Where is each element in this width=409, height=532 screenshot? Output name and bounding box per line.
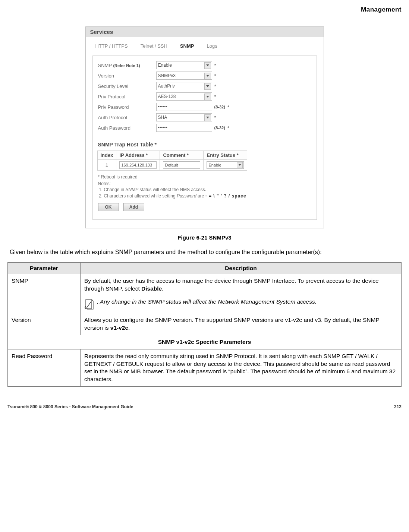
note-text: : Any change in the SNMP status will aff…: [97, 298, 317, 310]
services-screenshot: Services HTTP / HTTPS Telnet / SSH SNMP …: [85, 26, 324, 228]
asterisk: *: [227, 104, 229, 110]
table-row: Version Allows you to configure the SNMP…: [8, 313, 402, 335]
th-entry-status: Entry Status *: [204, 151, 247, 160]
services-tabs: HTTP / HTTPS Telnet / SSH SNMP Logs: [86, 37, 324, 51]
snmp-label: SNMP: [98, 63, 112, 68]
ok-button[interactable]: OK: [98, 203, 119, 211]
tab-http-https[interactable]: HTTP / HTTPS: [95, 43, 128, 49]
th-comment: Comment *: [160, 151, 204, 160]
priv-password-range: (8-32): [214, 105, 225, 109]
section-heading: SNMP v1-v2c Specific Parameters: [8, 335, 402, 349]
note-2: Characters not allowed while setting Pas…: [104, 193, 313, 199]
version-label: Version: [97, 73, 156, 79]
notes-list: Change in SNMP status will effect the NM…: [104, 187, 313, 199]
notes-label: Notes:: [98, 181, 313, 186]
figure-caption: Figure 6-21 SNMPv3: [7, 234, 402, 241]
asterisk: *: [214, 73, 216, 79]
security-level-select[interactable]: [156, 82, 212, 90]
note-icon: [84, 299, 94, 310]
asterisk: *: [214, 94, 216, 99]
trap-host-table-title: SNMP Trap Host Table *: [98, 142, 313, 148]
param-name-read-password: Read Password: [8, 349, 81, 387]
param-desc-read-password: Represents the read only community strin…: [81, 349, 402, 387]
table-row: 1: [97, 160, 247, 171]
param-name-snmp: SNMP: [8, 274, 81, 313]
auth-password-label: Auth Password: [97, 125, 156, 131]
th-index: Index: [97, 151, 116, 160]
reboot-required-note: * Reboot is required: [98, 174, 313, 180]
priv-protocol-select[interactable]: [156, 92, 212, 101]
tab-logs[interactable]: Logs: [207, 43, 217, 49]
page-number: 212: [394, 404, 402, 409]
security-level-label: Security Level: [97, 83, 156, 89]
asterisk: *: [214, 83, 216, 89]
table-row: Read Password Represents the read only c…: [8, 349, 402, 387]
lead-text: Given below is the table which explains …: [10, 249, 402, 256]
trap-comment-input[interactable]: [163, 161, 200, 169]
snmp-refer-note: (Refer Note 1): [113, 63, 140, 68]
auth-password-input[interactable]: [156, 124, 212, 132]
priv-password-input[interactable]: [156, 103, 212, 111]
auth-protocol-select[interactable]: [156, 113, 212, 121]
param-desc-snmp: By default, the user has the access to m…: [81, 274, 402, 313]
priv-protocol-label: Priv Protocol: [97, 94, 156, 99]
param-name-version: Version: [8, 313, 81, 335]
th-parameter: Parameter: [8, 263, 81, 274]
footer-divider: [7, 392, 402, 392]
parameter-table: Parameter Description SNMP By default, t…: [7, 262, 402, 387]
param-desc-version: Allows you to configure the SNMP version…: [81, 313, 402, 335]
footer-text: Tsunami® 800 & 8000 Series - Software Ma…: [7, 404, 133, 409]
asterisk: *: [227, 125, 229, 131]
asterisk: *: [214, 63, 216, 68]
page-header: Management: [7, 4, 402, 15]
auth-password-range: (8-32): [214, 126, 225, 130]
tab-telnet-ssh[interactable]: Telnet / SSH: [141, 43, 167, 49]
asterisk: *: [214, 115, 216, 120]
priv-password-label: Priv Password: [97, 104, 156, 110]
table-row: SNMP By default, the user has the access…: [8, 274, 402, 313]
version-select[interactable]: [156, 72, 212, 80]
th-description: Description: [81, 263, 402, 274]
add-button[interactable]: Add: [123, 203, 144, 211]
snmp-config-panel: SNMP (Refer Note 1) * Version * Security…: [92, 56, 317, 220]
th-ip-address: IP Address *: [116, 151, 160, 160]
trap-host-table: Index IP Address * Comment * Entry Statu…: [97, 151, 248, 171]
services-panel-title: Services: [86, 27, 324, 37]
trap-status-select[interactable]: [207, 161, 244, 169]
snmp-select[interactable]: [156, 61, 212, 69]
header-divider: [7, 15, 402, 15]
note-1: Change in SNMP status will effect the NM…: [104, 187, 313, 192]
auth-protocol-label: Auth Protocol: [97, 115, 156, 120]
tab-snmp[interactable]: SNMP: [180, 43, 194, 49]
page-footer: Tsunami® 800 & 8000 Series - Software Ma…: [7, 404, 402, 409]
trap-index-cell: 1: [97, 160, 116, 171]
trap-ip-input[interactable]: [119, 161, 157, 169]
table-section-row: SNMP v1-v2c Specific Parameters: [8, 335, 402, 349]
